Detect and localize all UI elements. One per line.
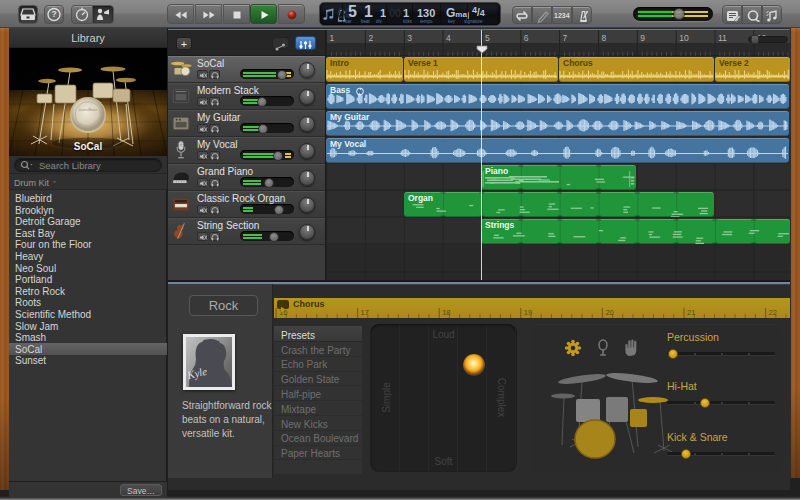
svg-text:?: ? xyxy=(51,9,56,19)
svg-text:5: 5 xyxy=(485,33,490,43)
svg-text:11: 11 xyxy=(718,33,727,43)
svg-text:2: 2 xyxy=(368,33,373,43)
svg-text:7: 7 xyxy=(563,33,568,43)
svg-text:1: 1 xyxy=(330,33,335,43)
svg-text:8: 8 xyxy=(602,33,607,43)
svg-text:9: 9 xyxy=(640,33,645,43)
svg-text:3: 3 xyxy=(407,33,412,43)
svg-text:10: 10 xyxy=(679,33,689,43)
svg-text:6: 6 xyxy=(524,33,529,43)
svg-text:4: 4 xyxy=(446,33,451,43)
